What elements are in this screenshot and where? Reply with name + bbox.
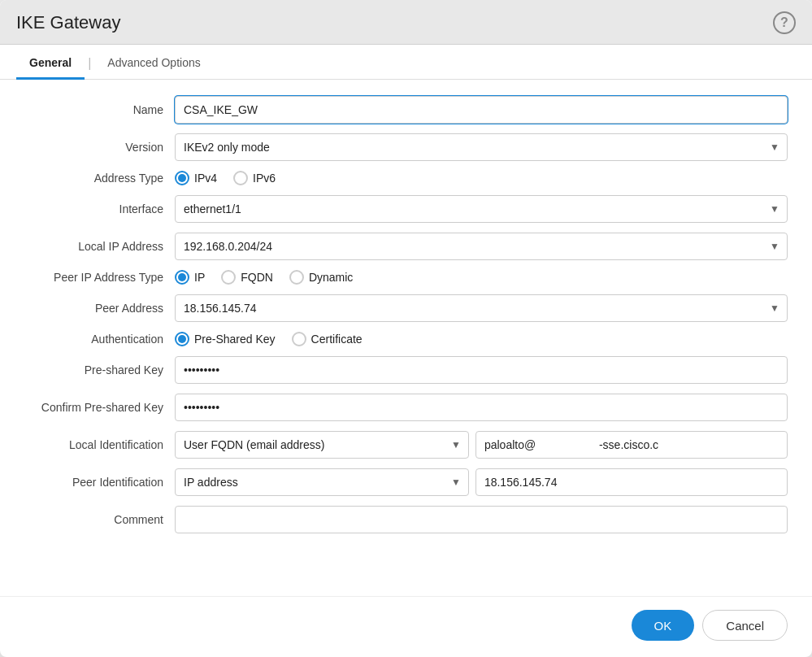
version-select[interactable]: IKEv1 IKEv2 only mode IKEv1 / IKEv2 — [175, 133, 788, 161]
dialog-footer: OK Cancel — [0, 596, 812, 657]
local-ip-control: 192.168.0.204/24 ▼ — [175, 233, 788, 260]
address-type-radio-group: IPv4 IPv6 — [175, 171, 788, 185]
preshared-key-control — [175, 356, 788, 384]
peer-address-control: 18.156.145.74 ▼ — [175, 294, 788, 322]
local-id-value-input[interactable] — [475, 431, 788, 459]
local-id-type-select[interactable]: User FQDN (email address) IP address FQD… — [175, 431, 469, 459]
radio-dynamic[interactable]: Dynamic — [289, 270, 353, 285]
radio-fqdn[interactable]: FQDN — [221, 270, 273, 285]
radio-ipv6[interactable]: IPv6 — [233, 171, 276, 185]
interface-label: Interface — [24, 202, 175, 215]
radio-psk[interactable]: Pre-Shared Key — [175, 332, 276, 346]
peer-id-type-wrapper: IP address FQDN User FQDN DN ▼ — [175, 468, 469, 496]
confirm-key-input[interactable] — [175, 394, 788, 421]
help-icon[interactable]: ? — [773, 11, 796, 34]
confirm-key-row: Confirm Pre-shared Key — [24, 394, 788, 421]
confirm-key-control — [175, 394, 788, 421]
tab-advanced[interactable]: Advanced Options — [94, 45, 213, 80]
peer-address-row: Peer Address 18.156.145.74 ▼ — [24, 294, 788, 322]
local-id-label: Local Identification — [24, 438, 175, 451]
name-row: Name — [24, 96, 788, 124]
version-label: Version — [24, 141, 175, 154]
interface-select[interactable]: ethernet1/1 ethernet1/2 ethernet1/3 — [175, 195, 788, 223]
radio-psk-circle — [175, 332, 189, 346]
peer-address-label: Peer Address — [24, 302, 175, 315]
radio-ip[interactable]: IP — [175, 270, 205, 285]
tab-divider: | — [85, 45, 94, 79]
radio-ipv4-label: IPv4 — [194, 172, 217, 185]
peer-id-label: Peer Identification — [24, 476, 175, 489]
radio-dynamic-circle — [289, 270, 304, 285]
local-ip-select[interactable]: 192.168.0.204/24 — [175, 233, 788, 260]
radio-cert-circle — [292, 332, 306, 346]
radio-psk-label: Pre-Shared Key — [194, 333, 276, 346]
local-ip-row: Local IP Address 192.168.0.204/24 ▼ — [24, 233, 788, 260]
peer-ip-type-control: IP FQDN Dynamic — [175, 270, 788, 285]
address-type-row: Address Type IPv4 IPv6 — [24, 171, 788, 185]
ok-button[interactable]: OK — [632, 610, 695, 641]
comment-control — [175, 506, 788, 533]
radio-ipv4[interactable]: IPv4 — [175, 171, 217, 185]
authentication-radio-group: Pre-Shared Key Certificate — [175, 332, 788, 346]
radio-ip-circle — [175, 270, 189, 285]
name-input[interactable] — [175, 96, 788, 124]
local-id-control: User FQDN (email address) IP address FQD… — [175, 431, 788, 459]
local-id-type-wrapper: User FQDN (email address) IP address FQD… — [175, 431, 469, 459]
dialog-title: IKE Gateway — [16, 12, 120, 33]
address-type-label: Address Type — [24, 172, 175, 185]
peer-address-select[interactable]: 18.156.145.74 — [175, 294, 788, 322]
local-ip-label: Local IP Address — [24, 240, 175, 253]
version-row: Version IKEv1 IKEv2 only mode IKEv1 / IK… — [24, 133, 788, 161]
radio-ip-label: IP — [194, 271, 205, 284]
tabs-bar: General | Advanced Options — [0, 45, 812, 80]
dialog-header: IKE Gateway ? — [0, 0, 812, 45]
ike-gateway-dialog: IKE Gateway ? General | Advanced Options… — [0, 0, 812, 657]
peer-ip-type-label: Peer IP Address Type — [24, 271, 175, 284]
preshared-key-label: Pre-shared Key — [24, 363, 175, 376]
peer-id-type-select[interactable]: IP address FQDN User FQDN DN — [175, 468, 469, 496]
comment-row: Comment — [24, 506, 788, 533]
authentication-label: Authentication — [24, 333, 175, 346]
peer-id-control: IP address FQDN User FQDN DN ▼ — [175, 468, 788, 496]
peer-id-value-input[interactable] — [475, 468, 788, 496]
radio-ipv4-circle — [175, 171, 189, 185]
radio-dynamic-label: Dynamic — [309, 271, 353, 284]
version-control: IKEv1 IKEv2 only mode IKEv1 / IKEv2 ▼ — [175, 133, 788, 161]
local-id-row: Local Identification User FQDN (email ad… — [24, 431, 788, 459]
radio-cert-label: Certificate — [311, 333, 363, 346]
peer-ip-type-radio-group: IP FQDN Dynamic — [175, 270, 788, 285]
authentication-control: Pre-Shared Key Certificate — [175, 332, 788, 346]
comment-label: Comment — [24, 513, 175, 526]
radio-fqdn-circle — [221, 270, 236, 285]
name-label: Name — [24, 103, 175, 116]
tab-general[interactable]: General — [16, 45, 85, 80]
address-type-control: IPv4 IPv6 — [175, 171, 788, 185]
peer-ip-type-row: Peer IP Address Type IP FQDN Dynamic — [24, 270, 788, 285]
comment-input[interactable] — [175, 506, 788, 533]
authentication-row: Authentication Pre-Shared Key Certificat… — [24, 332, 788, 346]
name-control — [175, 96, 788, 124]
radio-fqdn-label: FQDN — [241, 271, 273, 284]
preshared-key-row: Pre-shared Key — [24, 356, 788, 384]
confirm-key-label: Confirm Pre-shared Key — [24, 401, 175, 414]
peer-id-row: Peer Identification IP address FQDN User… — [24, 468, 788, 496]
form-body: Name Version IKEv1 IKEv2 only mode IKEv1… — [0, 80, 812, 596]
interface-row: Interface ethernet1/1 ethernet1/2 ethern… — [24, 195, 788, 223]
radio-ipv6-label: IPv6 — [253, 172, 276, 185]
preshared-key-input[interactable] — [175, 356, 788, 384]
radio-ipv6-circle — [233, 171, 248, 185]
radio-cert[interactable]: Certificate — [292, 332, 363, 346]
cancel-button[interactable]: Cancel — [702, 610, 788, 641]
interface-control: ethernet1/1 ethernet1/2 ethernet1/3 ▼ — [175, 195, 788, 223]
